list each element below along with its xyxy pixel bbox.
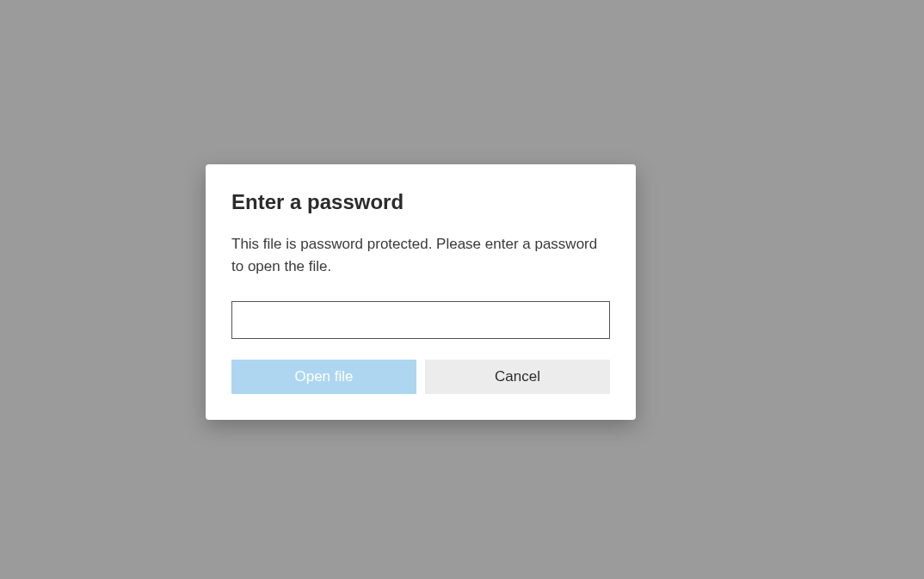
dialog-button-row: Open file Cancel <box>231 360 610 394</box>
password-dialog: Enter a password This file is password p… <box>206 164 636 420</box>
open-file-button[interactable]: Open file <box>231 360 416 394</box>
password-input[interactable] <box>231 301 610 339</box>
dialog-description: This file is password protected. Please … <box>231 233 610 277</box>
dialog-title: Enter a password <box>231 190 610 214</box>
cancel-button[interactable]: Cancel <box>425 360 610 394</box>
